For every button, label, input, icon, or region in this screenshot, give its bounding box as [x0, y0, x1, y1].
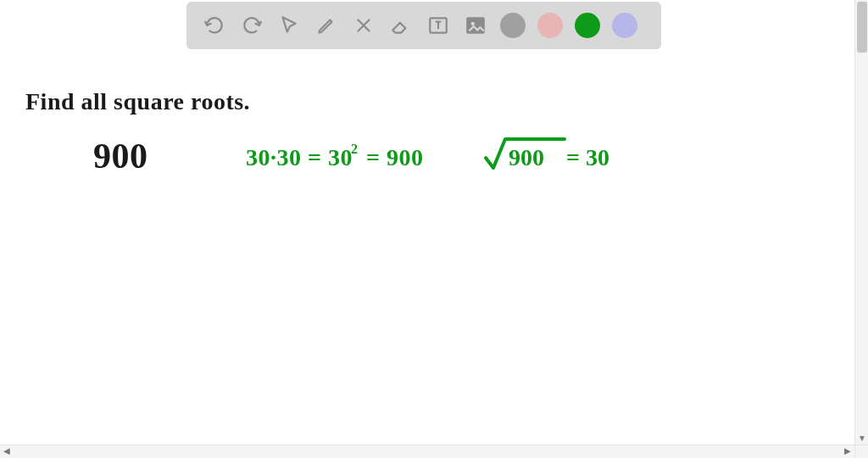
- svg-point-2: [471, 22, 475, 25]
- undo-button[interactable]: [202, 13, 227, 38]
- color-lilac[interactable]: [612, 13, 637, 38]
- vertical-scroll-thumb[interactable]: [857, 2, 867, 53]
- whiteboard-viewport: Find all square roots. 900 30·30 = 302 =…: [0, 0, 868, 458]
- answer-tail: = 30: [566, 144, 609, 171]
- textbox-icon: [427, 14, 449, 36]
- work-equation: 30·30 = 302 = 900: [246, 144, 423, 171]
- image-icon: [465, 14, 487, 36]
- scroll-left-icon[interactable]: ◀: [3, 446, 10, 455]
- scroll-corner: [854, 444, 868, 458]
- toolbar: [186, 2, 661, 49]
- vertical-scrollbar[interactable]: ▼: [854, 0, 868, 444]
- pen-button[interactable]: [314, 13, 339, 38]
- redo-icon: [241, 14, 263, 36]
- eraser-icon: [390, 14, 412, 36]
- pointer-icon: [278, 14, 300, 36]
- textbox-button[interactable]: [426, 13, 451, 38]
- color-pink[interactable]: [537, 13, 563, 38]
- work-eq-exponent: 2: [351, 142, 359, 156]
- prompt-text: Find all square roots.: [25, 88, 250, 115]
- scroll-right-icon[interactable]: ▶: [844, 446, 851, 455]
- color-green[interactable]: [575, 13, 600, 38]
- tools-button[interactable]: [351, 13, 376, 38]
- color-gray[interactable]: [500, 13, 526, 38]
- image-button[interactable]: [463, 13, 488, 38]
- pointer-button[interactable]: [276, 13, 302, 38]
- tools-icon: [353, 14, 375, 36]
- work-eq-base: 30·30 = 30: [246, 144, 353, 170]
- undo-icon: [203, 14, 225, 36]
- given-number: 900: [93, 136, 148, 176]
- answer-equation: 900 = 30: [483, 134, 568, 175]
- answer-radicand: 900: [509, 144, 544, 171]
- eraser-button[interactable]: [388, 13, 414, 38]
- scroll-down-icon[interactable]: ▼: [858, 433, 866, 443]
- pen-icon: [315, 14, 337, 36]
- work-eq-tail: = 900: [359, 144, 423, 170]
- redo-button[interactable]: [239, 13, 264, 38]
- horizontal-scrollbar[interactable]: ◀ ▶: [0, 444, 854, 458]
